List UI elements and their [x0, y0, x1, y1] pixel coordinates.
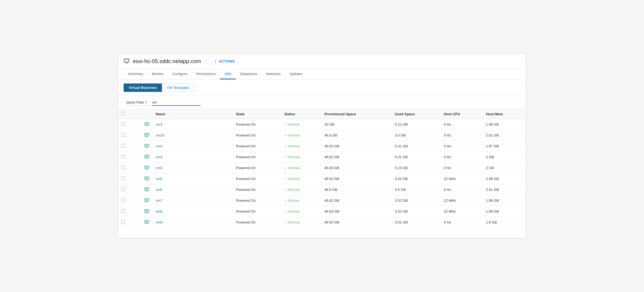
- tab-updates[interactable]: Updates: [285, 69, 307, 79]
- drag-handle-icon[interactable]: ⋮⋮: [132, 166, 138, 170]
- vm-icon: [144, 187, 149, 192]
- svg-rect-18: [145, 145, 148, 146]
- table-row: ⋮⋮ vm10 Powered On: [118, 130, 526, 141]
- check-icon: ✓: [284, 133, 287, 137]
- drag-handle-icon[interactable]: ⋮⋮: [132, 134, 138, 137]
- row-name-cell: vm7: [152, 195, 233, 206]
- quick-filter-label: Quick Filter: [126, 100, 144, 104]
- row-checkbox[interactable]: [121, 220, 125, 224]
- sub-nav-virtual-machines[interactable]: Virtual Machines: [124, 83, 162, 92]
- row-checkbox[interactable]: [121, 155, 125, 159]
- row-checkbox[interactable]: [121, 176, 125, 180]
- drag-handle-icon[interactable]: ⋮⋮: [132, 145, 138, 148]
- tab-datastores[interactable]: Datastores: [236, 69, 262, 79]
- tab-monitor[interactable]: Monitor: [148, 69, 168, 79]
- tab-networks[interactable]: Networks: [262, 69, 285, 79]
- vm-link[interactable]: vm3: [156, 155, 162, 159]
- row-used-space-cell: 5.21 GB: [391, 119, 440, 130]
- vm-icon: [144, 132, 149, 137]
- drag-handle-icon[interactable]: ⋮⋮: [132, 221, 138, 224]
- vm-icon: [144, 143, 149, 148]
- svg-rect-6: [145, 123, 148, 125]
- row-checkbox-cell: [118, 206, 128, 217]
- row-icon-cell: [141, 206, 152, 217]
- row-checkbox[interactable]: [121, 144, 125, 148]
- vm-link[interactable]: vm1: [156, 122, 162, 126]
- drag-handle-icon[interactable]: ⋮⋮: [132, 210, 138, 213]
- row-icon-cell: [141, 119, 152, 130]
- drag-handle-icon[interactable]: ⋮⋮: [132, 188, 138, 191]
- sub-nav-vm-templates[interactable]: VM Templates: [162, 83, 194, 92]
- svg-point-49: [148, 199, 148, 200]
- status-text: Normal: [288, 177, 299, 181]
- vm-link[interactable]: vm9: [156, 220, 162, 224]
- th-host-cpu: Host CPU: [440, 109, 483, 119]
- vm-icon: [144, 176, 149, 181]
- row-checkbox[interactable]: [121, 198, 125, 202]
- th-name[interactable]: Name ↑: [152, 109, 233, 119]
- row-host-mem-cell: 1.87 GB: [483, 141, 526, 152]
- status-text: Normal: [288, 220, 299, 224]
- vm-link[interactable]: vm7: [156, 198, 162, 203]
- row-host-mem-cell: 2.01 GB: [483, 184, 526, 195]
- svg-rect-42: [145, 188, 148, 190]
- row-provisioned-space-cell: 20 GB: [321, 119, 392, 130]
- row-checkbox[interactable]: [121, 209, 125, 213]
- vm-link[interactable]: vm10: [156, 133, 164, 137]
- status-text: Normal: [288, 122, 299, 126]
- row-drag-cell: ⋮⋮: [128, 119, 141, 130]
- drag-handle-icon[interactable]: ⋮⋮: [132, 123, 138, 126]
- row-checkbox[interactable]: [121, 166, 125, 169]
- row-used-space-cell: 5.15 GB: [391, 163, 440, 173]
- check-icon: ✓: [284, 144, 287, 148]
- vm-table-body: ⋮⋮ vm1 Powered On: [118, 119, 526, 228]
- vm-link[interactable]: vm5: [156, 177, 162, 181]
- vm-link[interactable]: vm8: [156, 209, 162, 213]
- drag-handle-icon[interactable]: ⋮⋮: [132, 156, 138, 159]
- filter-input[interactable]: [152, 100, 201, 106]
- quick-filter-dropdown[interactable]: Quick Filter ▾: [124, 99, 149, 106]
- tab-configure[interactable]: Configure: [168, 69, 192, 79]
- drag-handle-icon[interactable]: ⋮⋮: [132, 199, 138, 202]
- row-checkbox[interactable]: [121, 133, 125, 137]
- row-drag-cell: ⋮⋮: [128, 152, 141, 163]
- check-icon: ✓: [284, 199, 287, 203]
- tab-summary[interactable]: Summary: [124, 69, 148, 79]
- filter-row: Quick Filter ▾: [118, 96, 526, 109]
- row-provisioned-space-cell: 46.6 GB: [321, 184, 392, 195]
- tab-vms[interactable]: VMs: [220, 69, 236, 79]
- row-status-cell: ✓ Normal: [281, 163, 321, 173]
- row-icon-cell: [141, 152, 152, 163]
- row-status-cell: ✓ Normal: [281, 173, 321, 184]
- check-icon: ✓: [284, 166, 287, 170]
- row-icon-cell: [141, 217, 152, 228]
- status-text: Normal: [288, 198, 299, 203]
- row-name-cell: vm5: [152, 173, 233, 184]
- row-checkbox[interactable]: [121, 122, 125, 126]
- name-sort-icon: ↑: [167, 113, 169, 116]
- drag-handle-icon[interactable]: ⋮⋮: [132, 177, 138, 181]
- vm-link[interactable]: vm6: [156, 188, 162, 192]
- table-row: ⋮⋮ vm6 Powered On: [118, 184, 526, 195]
- vm-link[interactable]: vm4: [156, 166, 162, 170]
- th-provisioned-space: Provisioned Space: [321, 109, 392, 119]
- select-all-checkbox[interactable]: [121, 112, 125, 116]
- status-text: Normal: [288, 155, 299, 159]
- row-host-cpu-cell: 0 Hz: [440, 184, 483, 195]
- row-provisioned-space-cell: 46.63 GB: [321, 217, 392, 228]
- tab-permissions[interactable]: Permissions: [192, 69, 220, 79]
- svg-point-43: [148, 188, 148, 189]
- row-checkbox-cell: [118, 217, 128, 228]
- row-host-cpu-cell: 0 Hz: [440, 130, 483, 141]
- row-drag-cell: ⋮⋮: [128, 163, 141, 173]
- actions-button[interactable]: ⋮ ACTIONS: [212, 58, 237, 65]
- row-icon-cell: [141, 184, 152, 195]
- row-state-cell: Powered On: [233, 217, 281, 228]
- row-state-cell: Powered On: [233, 141, 281, 152]
- table-row: ⋮⋮ vm4 Powered On: [118, 163, 526, 173]
- vm-link[interactable]: vm2: [156, 144, 162, 148]
- row-name-cell: vm10: [152, 130, 233, 141]
- row-checkbox[interactable]: [121, 187, 125, 191]
- row-host-mem-cell: 1.99 GB: [483, 195, 526, 206]
- row-state-cell: Powered On: [233, 206, 281, 217]
